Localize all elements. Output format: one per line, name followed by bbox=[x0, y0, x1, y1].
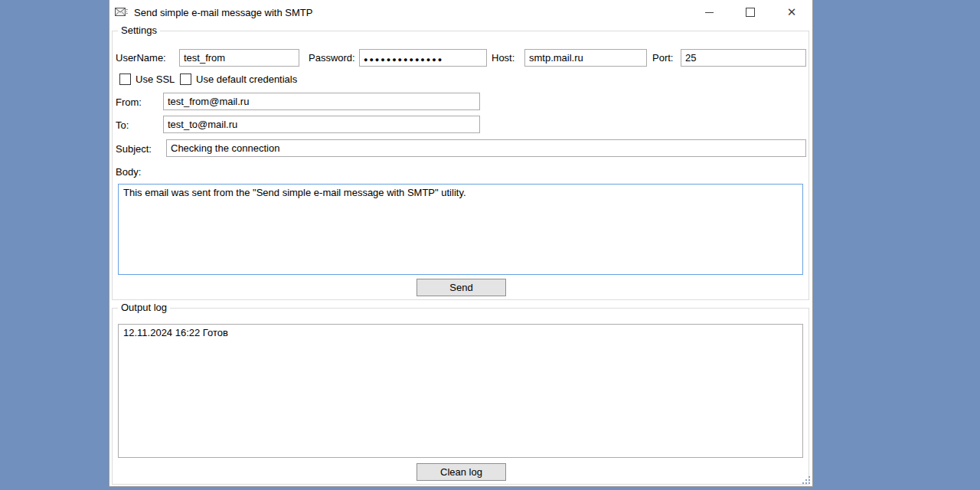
log-line: 12.11.2024 16:22 Готов bbox=[123, 327, 798, 338]
body-textarea[interactable]: This email was sent from the "Send simpl… bbox=[118, 184, 803, 275]
use-default-credentials-checkbox[interactable]: Use default credentials bbox=[180, 74, 297, 85]
password-input[interactable] bbox=[359, 49, 487, 67]
use-default-credentials-label: Use default credentials bbox=[196, 74, 297, 85]
window-title: Send simple e-mail message with SMTP bbox=[134, 7, 312, 18]
desktop: Send simple e-mail message with SMTP ✕ S… bbox=[0, 0, 980, 490]
port-label: Port: bbox=[652, 52, 673, 64]
clean-log-button[interactable]: Clean log bbox=[416, 463, 506, 481]
maximize-button[interactable] bbox=[730, 0, 771, 24]
close-button[interactable]: ✕ bbox=[771, 0, 812, 24]
window-controls: ✕ bbox=[688, 0, 812, 24]
minimize-icon bbox=[705, 12, 714, 13]
subject-label: Subject: bbox=[116, 143, 152, 155]
output-log-textbox[interactable]: 12.11.2024 16:22 Готов bbox=[118, 324, 803, 458]
maximize-icon bbox=[746, 8, 755, 17]
checkbox-square-icon bbox=[180, 74, 191, 85]
minimize-button[interactable] bbox=[688, 0, 730, 24]
output-log-groupbox: Output log 12.11.2024 16:22 Готов Clean … bbox=[112, 308, 809, 485]
subject-input[interactable] bbox=[166, 139, 806, 157]
app-window: Send simple e-mail message with SMTP ✕ S… bbox=[109, 0, 813, 487]
settings-groupbox: Settings UserName: Password: Host: Port:… bbox=[112, 31, 809, 300]
send-button[interactable]: Send bbox=[416, 279, 506, 296]
body-label: Body: bbox=[116, 166, 141, 178]
host-label: Host: bbox=[492, 52, 514, 64]
use-ssl-label: Use SSL bbox=[136, 74, 175, 85]
to-input[interactable] bbox=[163, 116, 480, 133]
password-label: Password: bbox=[309, 52, 355, 64]
from-input[interactable] bbox=[163, 93, 480, 110]
port-input[interactable] bbox=[681, 49, 806, 67]
resize-grip[interactable] bbox=[802, 475, 811, 485]
to-label: To: bbox=[116, 119, 129, 131]
close-icon: ✕ bbox=[787, 5, 797, 19]
username-input[interactable] bbox=[179, 49, 299, 67]
title-bar[interactable]: Send simple e-mail message with SMTP ✕ bbox=[109, 0, 812, 24]
output-log-group-label: Output log bbox=[118, 302, 170, 313]
checkbox-square-icon bbox=[119, 74, 131, 85]
settings-group-label: Settings bbox=[118, 24, 160, 36]
envelope-icon bbox=[115, 8, 128, 18]
username-label: UserName: bbox=[116, 52, 166, 64]
from-label: From: bbox=[116, 96, 142, 108]
host-input[interactable] bbox=[524, 49, 647, 67]
use-ssl-checkbox[interactable]: Use SSL bbox=[119, 74, 175, 85]
